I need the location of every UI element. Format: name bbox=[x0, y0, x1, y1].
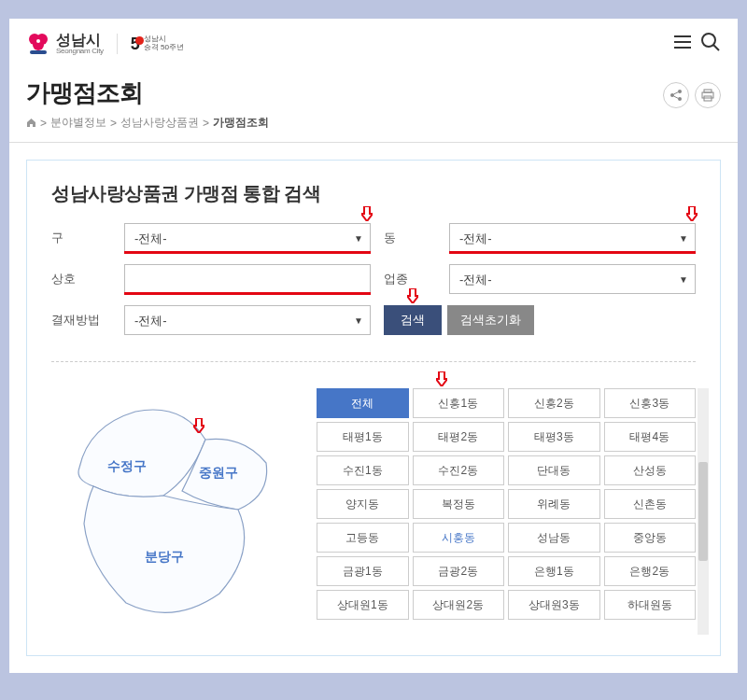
dong-button[interactable]: 상대원2동 bbox=[413, 590, 505, 620]
map-label-bundang: 분당구 bbox=[145, 549, 184, 564]
print-button[interactable] bbox=[695, 82, 721, 108]
share-button[interactable] bbox=[663, 82, 689, 108]
callout-arrow-icon bbox=[686, 206, 698, 221]
map-label-jungwon: 중원구 bbox=[199, 465, 238, 480]
anniv-number: 5 bbox=[131, 35, 140, 54]
search-icon bbox=[700, 32, 721, 52]
dong-button[interactable]: 금광1동 bbox=[317, 556, 409, 586]
dong-button[interactable]: 위례동 bbox=[508, 489, 600, 519]
dong-button[interactable]: 수진1동 bbox=[317, 455, 409, 485]
callout-arrow-icon bbox=[407, 288, 418, 303]
dong-button[interactable]: 은행1동 bbox=[508, 556, 600, 586]
gu-label: 구 bbox=[51, 230, 111, 246]
svg-rect-4 bbox=[30, 50, 47, 54]
category-select-wrap: -전체- ▼ bbox=[449, 264, 696, 294]
payment-label: 결재방법 bbox=[51, 312, 111, 329]
svg-point-8 bbox=[678, 97, 682, 101]
dong-all-button[interactable]: 전체 bbox=[317, 388, 409, 418]
callout-arrow-icon bbox=[361, 206, 373, 221]
logo-group: 성남시 Seongnam City 5 성남시 승격 50주년 bbox=[26, 32, 184, 56]
dong-button[interactable]: 태평1동 bbox=[317, 422, 409, 452]
anniv-badge-icon bbox=[135, 36, 144, 45]
dong-button[interactable]: 상대원1동 bbox=[317, 590, 409, 620]
menu-button[interactable] bbox=[672, 32, 693, 56]
dong-button[interactable]: 상대원3동 bbox=[508, 590, 600, 620]
section-divider bbox=[51, 361, 696, 362]
dong-select-wrap: -전체- ▼ bbox=[449, 223, 696, 253]
dong-button[interactable]: 신흥3동 bbox=[604, 388, 697, 418]
category-select[interactable]: -전체- bbox=[449, 264, 696, 294]
vertical-divider bbox=[117, 34, 118, 54]
dong-button[interactable]: 신흥2동 bbox=[508, 388, 600, 418]
city-logo[interactable]: 성남시 Seongnam City bbox=[26, 32, 104, 56]
dong-select[interactable]: -전체- bbox=[449, 223, 696, 253]
callout-arrow-icon bbox=[436, 371, 447, 386]
reset-button[interactable]: 검색초기화 bbox=[447, 305, 534, 335]
gu-select[interactable]: -전체- bbox=[124, 223, 371, 253]
home-icon[interactable] bbox=[26, 118, 36, 128]
category-label: 업종 bbox=[384, 271, 436, 287]
share-icon bbox=[669, 89, 683, 102]
scrollbar[interactable] bbox=[698, 388, 709, 635]
panel-title: 성남사랑상품권 가맹점 통합 검색 bbox=[51, 181, 696, 206]
dong-button[interactable]: 하대원동 bbox=[604, 590, 697, 620]
dong-label: 동 bbox=[384, 230, 436, 246]
name-input-wrap bbox=[124, 264, 371, 294]
dong-button[interactable]: 신촌동 bbox=[604, 489, 697, 519]
logo-text-en: Seongnam City bbox=[56, 48, 104, 55]
search-form: 구 -전체- ▼ 동 -전체- ▼ 상호 업종 bbox=[51, 223, 696, 335]
header-search-button[interactable] bbox=[700, 32, 721, 56]
dong-button[interactable]: 성남동 bbox=[508, 523, 600, 553]
store-name-input[interactable] bbox=[124, 264, 371, 294]
dong-button[interactable]: 양지동 bbox=[317, 489, 409, 519]
logo-text-kr: 성남시 bbox=[56, 33, 104, 48]
callout-arrow-icon bbox=[193, 418, 204, 433]
anniversary-logo: 5 성남시 승격 50주년 bbox=[131, 35, 184, 54]
crumb-2[interactable]: 성남사랑상품권 bbox=[120, 115, 199, 131]
svg-point-3 bbox=[36, 39, 40, 43]
hamburger-icon bbox=[672, 32, 693, 52]
map-label-sujeong: 수정구 bbox=[107, 458, 147, 473]
payment-select[interactable]: -전체- bbox=[124, 305, 371, 335]
name-label: 상호 bbox=[51, 271, 111, 287]
svg-point-7 bbox=[678, 90, 682, 93]
dong-button[interactable]: 태평2동 bbox=[413, 422, 505, 452]
dong-button[interactable]: 산성동 bbox=[604, 455, 697, 485]
dong-button[interactable]: 고등동 bbox=[317, 523, 409, 553]
dong-button[interactable]: 태평4동 bbox=[604, 422, 697, 452]
anniv-line2: 승격 50주년 bbox=[144, 44, 184, 52]
region-map: 수정구 중원구 분당구 bbox=[51, 388, 294, 635]
dong-button[interactable]: 단대동 bbox=[508, 455, 600, 485]
site-header: 성남시 Seongnam City 5 성남시 승격 50주년 bbox=[9, 19, 738, 69]
dong-button[interactable]: 수진2동 bbox=[413, 455, 505, 485]
dong-button[interactable]: 시흥동 bbox=[413, 523, 505, 553]
dong-list: 전체신흥1동신흥2동신흥3동태평1동태평2동태평3동태평4동수진1동수진2동단대… bbox=[317, 388, 696, 635]
print-icon bbox=[701, 89, 714, 102]
flower-logo-icon bbox=[26, 32, 50, 56]
dong-button[interactable]: 신흥1동 bbox=[413, 388, 505, 418]
svg-point-5 bbox=[702, 34, 715, 47]
dong-button[interactable]: 중앙동 bbox=[604, 523, 697, 553]
dong-button[interactable]: 복정동 bbox=[413, 489, 505, 519]
crumb-current: 가맹점조회 bbox=[213, 115, 269, 131]
crumb-1[interactable]: 분야별정보 bbox=[50, 115, 106, 131]
breadcrumb: > 분야별정보 > 성남사랑상품권 > 가맹점조회 bbox=[26, 115, 269, 131]
dong-button[interactable]: 은행2동 bbox=[604, 556, 697, 586]
dong-button[interactable]: 금광2동 bbox=[413, 556, 505, 586]
payment-select-wrap: -전체- ▼ bbox=[124, 305, 371, 335]
search-button[interactable]: 검색 bbox=[384, 305, 442, 335]
dong-button[interactable]: 태평3동 bbox=[508, 422, 600, 452]
page-title: 가맹점조회 bbox=[26, 77, 269, 109]
gu-select-wrap: -전체- ▼ bbox=[124, 223, 371, 253]
search-panel: 성남사랑상품권 가맹점 통합 검색 구 -전체- ▼ 동 -전체- ▼ 상호 bbox=[26, 160, 721, 656]
